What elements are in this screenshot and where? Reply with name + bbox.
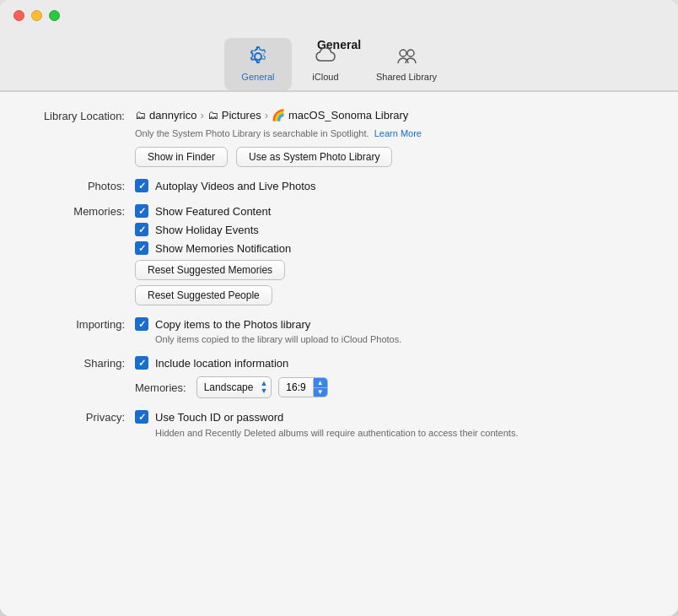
- photos-label: Photos:: [25, 179, 135, 192]
- privacy-content: Use Touch ID or password Hidden and Rece…: [135, 410, 653, 440]
- landscape-select[interactable]: Landscape ▲▼: [196, 376, 272, 398]
- traffic-lights: [13, 10, 60, 21]
- sharing-memories-label: Memories:: [135, 381, 186, 394]
- sharing-label: Sharing:: [25, 356, 135, 370]
- ratio-stepbox: 16:9 ▲ ▼: [278, 377, 327, 397]
- touch-id-checkbox[interactable]: [135, 410, 148, 424]
- landscape-arrows: ▲▼: [260, 380, 267, 395]
- holiday-events-label: Show Holiday Events: [155, 224, 259, 236]
- holiday-events-row: Show Holiday Events: [135, 223, 653, 236]
- featured-content-row: Show Featured Content: [135, 204, 653, 218]
- library-note: Only the System Photo Library is searcha…: [135, 128, 653, 138]
- memories-notification-row: Show Memories Notification: [135, 241, 653, 255]
- privacy-note: Hidden and Recently Deleted albums will …: [155, 427, 560, 440]
- landscape-value: Landscape: [204, 381, 254, 393]
- main-window: General General iCloud: [0, 0, 678, 616]
- importing-content: Copy items to the Photos library Only it…: [135, 317, 653, 344]
- maximize-button[interactable]: [49, 10, 60, 21]
- tab-icloud[interactable]: iCloud: [292, 38, 359, 90]
- folder-icon-2: 🗂: [207, 109, 218, 122]
- tab-icloud-label: iCloud: [312, 72, 338, 82]
- location-info-row: Include location information: [135, 356, 653, 370]
- library-path: 🗂 dannyrico › 🗂 Pictures › 🌈 macOS_Sonom…: [135, 109, 653, 122]
- titlebar: General General iCloud: [0, 0, 678, 91]
- path-dannyrico: dannyrico: [149, 109, 196, 122]
- shared-library-icon: [395, 45, 418, 68]
- path-library: macOS_Sonoma Library: [288, 109, 408, 122]
- tab-shared-library[interactable]: Shared Library: [359, 38, 454, 90]
- svg-point-1: [407, 50, 414, 57]
- copy-items-row: Copy items to the Photos library: [135, 317, 653, 331]
- importing-label: Importing:: [25, 317, 135, 331]
- photos-content: Autoplay Videos and Live Photos: [135, 179, 653, 192]
- use-as-system-button[interactable]: Use as System Photo Library: [236, 147, 392, 167]
- minimize-button[interactable]: [31, 10, 42, 21]
- close-button[interactable]: [13, 10, 24, 21]
- library-icon: 🌈: [272, 109, 285, 122]
- path-sep-2: ›: [265, 109, 268, 122]
- memories-label: Memories:: [25, 204, 135, 218]
- ratio-value: 16:9: [279, 379, 313, 396]
- privacy-row: Privacy: Use Touch ID or password Hidden…: [25, 410, 653, 440]
- touch-id-row: Use Touch ID or password: [135, 410, 653, 424]
- folder-icon: 🗂: [135, 109, 146, 122]
- svg-point-0: [400, 50, 406, 57]
- autoplay-row: Autoplay Videos and Live Photos: [135, 179, 653, 192]
- toolbar: General iCloud Shared Library: [224, 30, 454, 90]
- reset-people-button-wrap: Reset Suggested People: [135, 285, 653, 305]
- autoplay-label: Autoplay Videos and Live Photos: [155, 180, 316, 192]
- library-location-label: Library Location:: [25, 109, 135, 122]
- icloud-icon: [314, 45, 337, 68]
- path-pictures: Pictures: [222, 109, 261, 122]
- main-content: Library Location: 🗂 dannyrico › 🗂 Pictur…: [0, 92, 678, 616]
- memories-notification-checkbox[interactable]: [135, 241, 148, 255]
- photos-row: Photos: Autoplay Videos and Live Photos: [25, 179, 653, 192]
- sharing-memories-row: Memories: Landscape ▲▼ 16:9 ▲ ▼: [135, 376, 653, 398]
- library-location-content: 🗂 dannyrico › 🗂 Pictures › 🌈 macOS_Sonom…: [135, 109, 653, 167]
- library-note-text: Only the System Photo Library is searcha…: [135, 128, 369, 138]
- library-buttons: Show in Finder Use as System Photo Libra…: [135, 147, 653, 167]
- import-note: Only items copied to the library will up…: [155, 334, 653, 344]
- learn-more-link[interactable]: Learn More: [374, 128, 422, 138]
- tab-shared-library-label: Shared Library: [376, 72, 437, 82]
- holiday-events-checkbox[interactable]: [135, 223, 148, 236]
- copy-items-label: Copy items to the Photos library: [155, 318, 310, 331]
- tab-general-label: General: [241, 72, 274, 82]
- memories-notification-label: Show Memories Notification: [155, 242, 291, 255]
- sharing-content: Include location information Memories: L…: [135, 356, 653, 398]
- importing-row: Importing: Copy items to the Photos libr…: [25, 317, 653, 344]
- location-info-checkbox[interactable]: [135, 356, 148, 370]
- ratio-down-button[interactable]: ▼: [314, 388, 327, 397]
- path-sep-1: ›: [200, 109, 203, 122]
- autoplay-checkbox[interactable]: [135, 179, 148, 192]
- memories-content: Show Featured Content Show Holiday Event…: [135, 204, 653, 305]
- featured-content-label: Show Featured Content: [155, 205, 271, 218]
- reset-memories-button-wrap: Reset Suggested Memories: [135, 260, 653, 280]
- library-location-row: Library Location: 🗂 dannyrico › 🗂 Pictur…: [25, 109, 653, 167]
- touch-id-label: Use Touch ID or password: [155, 411, 283, 424]
- privacy-label: Privacy:: [25, 410, 135, 424]
- reset-memories-button[interactable]: Reset Suggested Memories: [135, 260, 285, 280]
- location-info-label: Include location information: [155, 357, 288, 370]
- reset-people-button[interactable]: Reset Suggested People: [135, 285, 272, 305]
- gear-icon: [246, 45, 270, 68]
- memories-row: Memories: Show Featured Content Show Hol…: [25, 204, 653, 305]
- ratio-stepper[interactable]: ▲ ▼: [314, 378, 327, 397]
- tab-general[interactable]: General: [224, 38, 292, 90]
- ratio-up-button[interactable]: ▲: [314, 378, 327, 388]
- copy-items-checkbox[interactable]: [135, 317, 148, 331]
- show-in-finder-button[interactable]: Show in Finder: [135, 147, 228, 167]
- featured-content-checkbox[interactable]: [135, 204, 148, 218]
- sharing-row: Sharing: Include location information Me…: [25, 356, 653, 398]
